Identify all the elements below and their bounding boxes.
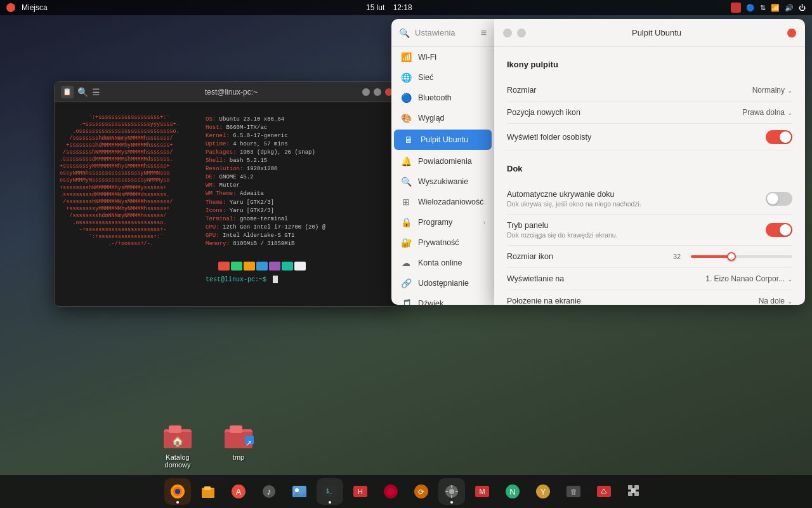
rozmiar-ikon-slider[interactable]: 32 [673, 253, 792, 260]
taskbar-dot-terminal [329, 501, 331, 504]
svg-text:♪: ♪ [267, 486, 272, 497]
settings-search-bar: 🔍 Ustawienia ≡ [391, 19, 494, 47]
polozenie-label: Położenie na ekranie [507, 297, 759, 305]
taskbar-dot-settings [450, 501, 453, 504]
svg-rect-35 [455, 491, 458, 492]
wifi-icon: 📶 [400, 52, 412, 62]
hud-icon[interactable] [731, 3, 741, 13]
setting-polozenie: Położenie na ekranie Na dole ⌄ [507, 290, 792, 305]
window-close-btn[interactable] [787, 29, 796, 37]
sound-icon: 🎵 [400, 298, 412, 305]
setting-rozmiar-ikon: Rozmiar ikon 32 [507, 246, 792, 268]
folder-home[interactable]: 🏠 Katalog domowy [152, 418, 203, 469]
taskbar-app-dark[interactable]: 🗑 [560, 478, 587, 505]
pulpit-body: Ikony pulpitu Rozmiar Normalny ⌄ Pozycja… [494, 47, 805, 305]
rozmiar-label: Rozmiar [507, 86, 752, 95]
settings-search-text[interactable]: Ustawienia [415, 28, 476, 37]
taskbar-terminal[interactable]: $_ [317, 478, 343, 505]
sidebar-item-wielozadaniowosc[interactable]: ⊞ Wielozadaniowość [391, 192, 494, 212]
sidebar-item-powiadomienia[interactable]: 🔔 Powiadomienia [391, 151, 494, 171]
sidebar-item-programy[interactable]: 🔒 Programy › [391, 212, 494, 232]
svg-point-20 [295, 488, 299, 492]
rozmiar-dropdown[interactable]: Normalny ⌄ [752, 86, 792, 95]
folder-label: Wyświetl folder osobisty [507, 133, 766, 142]
svg-text:🗑: 🗑 [570, 488, 577, 495]
topbar-dot [6, 3, 15, 12]
topbar-date: 15 lut [366, 3, 384, 12]
taskbar-app-red1[interactable]: H [347, 478, 374, 505]
sidebar-item-pulpit[interactable]: 🖥 Pulpit Ubuntu [394, 130, 492, 150]
desktop-folders: 🏠 Katalog domowy ↗ tmp [152, 418, 264, 469]
svg-text:Y: Y [540, 487, 546, 497]
settings-sidebar: 🔍 Ustawienia ≡ 📶 Wi-Fi 🌐 Sieć 🔵 Bluetoot… [391, 19, 494, 305]
terminal-icon-btn[interactable]: 📋 [61, 86, 74, 98]
power-tray-icon[interactable]: ⏻ [799, 4, 806, 11]
svg-rect-34 [445, 491, 448, 492]
sidebar-item-wyszukiwanie[interactable]: 🔍 Wyszukiwanie [391, 171, 494, 192]
settings-search-icon: 🔍 [399, 28, 410, 38]
terminal-title: test@linux-pc:~ [100, 88, 362, 97]
topbar-time: 12:18 [393, 3, 412, 12]
taskbar: A ♪ $_ H [0, 475, 812, 508]
svg-point-11 [175, 489, 180, 494]
taskbar-app-dark-red[interactable] [377, 478, 404, 505]
polozenie-dropdown[interactable]: Na dole ⌄ [759, 297, 792, 305]
taskbar-app-sound[interactable]: ♪ [256, 478, 282, 505]
taskbar-firefox[interactable] [164, 478, 191, 505]
search-icon: 🔍 [400, 177, 412, 187]
terminal-maximize-btn[interactable] [374, 88, 381, 96]
taskbar-shotwell[interactable] [286, 478, 313, 505]
network-tray-icon[interactable]: ⇅ [760, 4, 766, 12]
window-minimize-btn[interactable] [503, 29, 512, 37]
folder-tmp-label: tmp [233, 453, 244, 461]
terminal-search-btn[interactable]: 🔍 [77, 87, 88, 97]
svg-rect-2 [169, 425, 181, 433]
terminal-minimize-btn[interactable] [362, 88, 370, 96]
brush-icon: 🎨 [400, 113, 412, 123]
toggle-knob [780, 131, 791, 143]
folder-home-label: Katalog domowy [152, 453, 203, 469]
folder-tmp-icon: ↗ [222, 418, 255, 451]
chevron-down-icon-3: ⌄ [787, 276, 792, 283]
folder-tmp[interactable]: ↗ tmp [213, 418, 264, 469]
places-label[interactable]: Miejsca [22, 3, 48, 12]
tryb-panelu-toggle[interactable] [766, 223, 792, 237]
sidebar-item-konta[interactable]: ☁ Konta online [391, 253, 494, 273]
taskbar-app-red2[interactable]: M [469, 478, 495, 505]
folder-toggle[interactable] [766, 130, 792, 144]
taskbar-settings[interactable] [438, 478, 465, 505]
taskbar-app-green[interactable]: N [499, 478, 526, 505]
sidebar-item-bluetooth[interactable]: 🔵 Bluetooth [391, 88, 494, 108]
sidebar-item-siec[interactable]: 🌐 Sieć [391, 67, 494, 88]
wyswietlanie-na-dropdown[interactable]: 1. Eizo Nanao Corpor... ⌄ [705, 274, 792, 283]
terminal-window: 📋 🔍 ☰ test@linux-pc:~ `:+sssssssssssssss… [54, 81, 400, 307]
taskbar-dot-firefox [176, 501, 179, 504]
taskbar-files[interactable] [195, 478, 221, 505]
tryb-panelu-sublabel: Dok rozciąga się do krawędzi ekranu. [507, 231, 618, 239]
slider-knob[interactable] [727, 252, 736, 261]
taskbar-app-yellow[interactable]: Y [530, 478, 556, 505]
taskbar-app-orange[interactable]: ⟳ [408, 478, 435, 505]
sidebar-item-udostepnianie[interactable]: 🔗 Udostępnianie [391, 273, 494, 293]
setting-tryb-panelu: Tryb panelu Dok rozciąga się do krawędzi… [507, 215, 792, 246]
autohide-sublabel: Dok ukrywa się, jeśli okno na niego nach… [507, 200, 641, 208]
window-maximize-btn[interactable] [517, 29, 526, 37]
sidebar-item-wifi[interactable]: 📶 Wi-Fi [391, 47, 494, 67]
svg-text:$_: $_ [326, 488, 332, 494]
sidebar-item-dzwiek[interactable]: 🎵 Dźwięk [391, 293, 494, 305]
autohide-toggle[interactable] [766, 192, 792, 206]
taskbar-ubuntu-store[interactable]: A [225, 478, 252, 505]
terminal-menu-btn[interactable]: ☰ [92, 87, 100, 97]
grid-icon: ⊞ [400, 197, 412, 207]
sidebar-item-prywatnosc[interactable]: 🔐 Prywatność [391, 232, 494, 253]
bluetooth-tray-icon[interactable]: 🔵 [746, 4, 755, 12]
taskbar-app-red3[interactable]: ♺ [591, 478, 617, 505]
sidebar-item-wyglad[interactable]: 🎨 Wygląd [391, 108, 494, 128]
settings-menu-icon[interactable]: ≡ [481, 27, 487, 39]
wifi-tray-icon[interactable]: 📶 [771, 4, 780, 12]
slider-track[interactable] [691, 255, 792, 258]
pozycja-dropdown[interactable]: Prawa dolna ⌄ [742, 108, 792, 117]
folder-home-icon: 🏠 [161, 418, 194, 451]
taskbar-show-apps[interactable] [621, 478, 648, 505]
volume-tray-icon[interactable]: 🔊 [785, 4, 794, 12]
